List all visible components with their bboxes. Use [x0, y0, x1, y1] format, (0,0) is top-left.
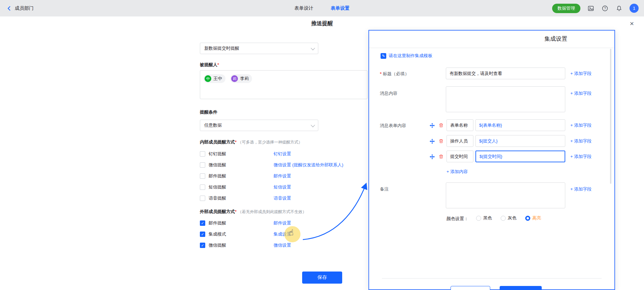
panel-header-divider: [369, 48, 614, 48]
settings-link[interactable]: 短信设置: [274, 184, 291, 190]
reminder-checkbox[interactable]: [200, 162, 205, 168]
recipient-avatar: 中: [205, 75, 211, 82]
bell-icon[interactable]: [615, 5, 623, 12]
panel-scrollbar[interactable]: [610, 49, 611, 184]
color-option-highlight[interactable]: 高亮: [525, 215, 541, 221]
title-field-label-text: 标题（必填）: [383, 71, 409, 76]
reminder-checkbox[interactable]: [200, 196, 205, 201]
internal-title-text: 内部成员提醒方式: [200, 139, 235, 144]
reminder-row: 微信提醒 微信设置: [200, 242, 361, 249]
table-value-input[interactable]: [475, 135, 565, 147]
data-manage-button[interactable]: 数据管理: [552, 4, 580, 13]
reminder-label: 微信提醒: [209, 162, 226, 168]
settings-link[interactable]: 语音设置: [274, 195, 291, 201]
radio-icon[interactable]: [501, 216, 506, 221]
back-icon: [6, 5, 12, 11]
move-handle-icon[interactable]: [429, 138, 435, 144]
add-field-link[interactable]: + 添加字段: [570, 122, 592, 128]
add-field-link[interactable]: + 添加字段: [570, 71, 592, 77]
reminder-checkbox[interactable]: [200, 173, 205, 179]
message-textarea[interactable]: [446, 86, 565, 112]
gallery-icon[interactable]: [587, 5, 595, 12]
color-option-gray[interactable]: 灰色: [501, 215, 516, 221]
condition-select[interactable]: 任意数据: [200, 120, 318, 131]
tab-form-settings[interactable]: 表单设置: [331, 5, 350, 11]
recipient-tag[interactable]: 中 王中: [204, 74, 225, 83]
table-key-input[interactable]: [446, 119, 473, 131]
reminder-row: 邮件提醒 邮件设置: [200, 173, 361, 179]
reminder-label: 钉钉提醒: [209, 151, 226, 157]
panel-primary-button[interactable]: [500, 286, 542, 290]
recipients-box[interactable]: 中 王中 莉 李莉: [200, 70, 367, 99]
color-option-black[interactable]: 黑色: [476, 215, 492, 221]
back-button[interactable]: 成员部门: [6, 5, 34, 11]
save-button[interactable]: 保存: [302, 272, 342, 284]
table-value-input-focused[interactable]: [475, 151, 565, 162]
required-asterisk: *: [380, 71, 382, 76]
settings-link[interactable]: 微信设置 (提醒仅发送给外部联系人): [274, 162, 343, 168]
header-actions: 数据管理 ? 1: [552, 4, 639, 13]
internal-section-title: 内部成员提醒方式* （可多选，至少选择一种提醒方式）: [200, 139, 302, 145]
reminder-row: 钉钉提醒 钉钉设置: [200, 151, 361, 157]
delete-row-icon[interactable]: [438, 122, 444, 128]
chevron-down-icon: [311, 123, 315, 127]
table-key-input[interactable]: [446, 135, 473, 147]
add-field-link[interactable]: + 添加字段: [570, 154, 592, 160]
recipient-name: 王中: [213, 76, 222, 82]
reminder-label: 微信提醒: [209, 242, 226, 248]
reminder-checkbox-checked[interactable]: [200, 243, 205, 248]
avatar[interactable]: 1: [630, 4, 639, 13]
radio-label: 黑色: [483, 215, 492, 221]
reminder-row: 集成模式 集成设置: [200, 231, 361, 238]
table-value-input[interactable]: [475, 119, 565, 131]
add-field-link[interactable]: + 添加字段: [570, 186, 592, 192]
chevron-down-icon: [311, 46, 315, 50]
reminder-row: 邮件提醒 邮件设置: [200, 220, 361, 226]
recipients-label: 被提醒人*: [200, 62, 219, 68]
required-asterisk: *: [235, 209, 237, 214]
panel-footer-divider: [382, 278, 602, 279]
reminder-row: 短信提醒 短信设置: [200, 184, 361, 191]
settings-link[interactable]: 微信设置: [274, 242, 291, 248]
recipient-avatar: 莉: [231, 75, 238, 82]
svg-text:?: ?: [604, 6, 606, 10]
add-field-link[interactable]: + 添加字段: [570, 138, 592, 144]
close-icon[interactable]: [628, 19, 636, 28]
delete-row-icon[interactable]: [438, 154, 444, 160]
settings-link[interactable]: 钉钉设置: [274, 151, 291, 157]
radio-icon[interactable]: [476, 216, 481, 221]
add-content-link[interactable]: + 添加内容: [446, 169, 468, 175]
trigger-select-value: 新数据提交时提醒: [204, 45, 239, 51]
table-label: 消息表单内容: [380, 123, 406, 129]
screen: 成员部门 表单设计 表单设置 数据管理 ? 1 推送提醒 新数据提交时提醒: [0, 0, 644, 290]
panel-secondary-button[interactable]: [451, 286, 490, 290]
reminder-label: 语音提醒: [209, 195, 226, 201]
reminder-checkbox-checked[interactable]: [200, 232, 205, 237]
trigger-select[interactable]: 新数据提交时提醒: [200, 43, 318, 54]
external-section-note: （若无外部成员则此提醒方式不生效）: [238, 209, 307, 214]
settings-link[interactable]: 邮件设置: [274, 173, 291, 179]
help-icon[interactable]: ?: [601, 5, 609, 12]
settings-link[interactable]: 邮件设置: [274, 220, 291, 226]
move-handle-icon[interactable]: [429, 154, 435, 160]
panel-title: 集成设置: [544, 35, 567, 43]
reminder-label: 集成模式: [209, 231, 226, 237]
table-key-input[interactable]: [446, 151, 473, 162]
delete-row-icon[interactable]: [438, 138, 444, 144]
recipient-tag[interactable]: 莉 李莉: [230, 74, 252, 83]
external-section-title: 外部成员提醒方式* （若无外部成员则此提醒方式不生效）: [200, 209, 307, 215]
reminder-label: 邮件提醒: [209, 220, 226, 226]
reminder-checkbox[interactable]: [200, 184, 205, 190]
remark-textarea[interactable]: [446, 182, 565, 208]
template-hint: 请在这里制作集成模板: [381, 53, 432, 59]
reminder-row: 微信提醒 微信设置 (提醒仅发送给外部联系人): [200, 162, 361, 168]
reminder-checkbox[interactable]: [200, 151, 205, 157]
add-field-link[interactable]: + 添加字段: [570, 90, 592, 96]
title-input[interactable]: [446, 68, 565, 79]
radio-icon-selected[interactable]: [525, 216, 530, 221]
move-handle-icon[interactable]: [429, 122, 435, 128]
tab-form-design[interactable]: 表单设计: [294, 5, 313, 11]
reminder-checkbox-checked[interactable]: [200, 220, 205, 226]
required-asterisk: *: [235, 139, 237, 144]
required-asterisk: *: [217, 62, 219, 67]
